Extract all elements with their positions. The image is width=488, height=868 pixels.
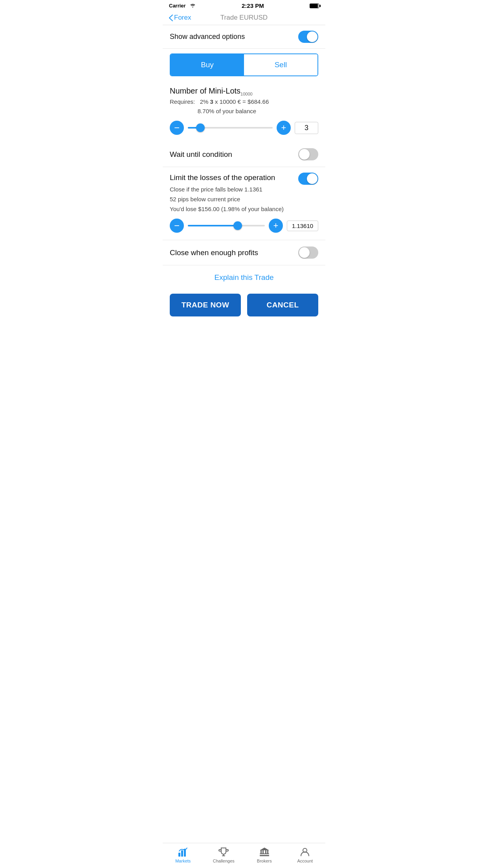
mini-lots-subscript: 10000 bbox=[240, 92, 253, 96]
close-profits-toggle[interactable] bbox=[298, 246, 318, 259]
toggle-knob bbox=[299, 247, 310, 258]
status-battery bbox=[310, 4, 319, 8]
advanced-options-row: Show advanced options bbox=[163, 25, 325, 49]
mini-lots-section: Number of Mini-Lots10000 Requires: 2% 3 … bbox=[163, 81, 325, 142]
status-time: 2:23 PM bbox=[242, 2, 264, 9]
advanced-options-toggle[interactable] bbox=[298, 31, 318, 43]
trade-now-button[interactable]: TRADE NOW bbox=[170, 294, 241, 316]
limit-losses-slider-thumb[interactable] bbox=[233, 221, 242, 230]
nav-bar: Forex Trade EURUSD bbox=[163, 11, 325, 25]
mini-lots-slider-row: − + 3 bbox=[170, 121, 318, 135]
battery-icon bbox=[310, 4, 319, 8]
wifi-icon bbox=[189, 3, 196, 9]
action-buttons: TRADE NOW CANCEL bbox=[163, 290, 325, 324]
limit-losses-desc: Close if the price falls below 1.1361 52… bbox=[170, 185, 318, 214]
mini-lots-decrement[interactable]: − bbox=[170, 121, 184, 135]
mini-lots-title: Number of Mini-Lots10000 bbox=[170, 86, 318, 96]
mini-lots-requires: Requires: 2% 3 x 10000 € = $684.66 8.70%… bbox=[170, 97, 318, 116]
limit-losses-row: Limit the losses of the operation bbox=[170, 173, 318, 185]
limit-losses-slider[interactable] bbox=[188, 225, 265, 226]
limit-losses-increment[interactable]: + bbox=[269, 219, 283, 233]
wait-condition-label: Wait until condition bbox=[170, 150, 232, 159]
limit-losses-label: Limit the losses of the operation bbox=[170, 173, 275, 182]
close-profits-row: Close when enough profits bbox=[163, 240, 325, 265]
limit-losses-section: Limit the losses of the operation Close … bbox=[163, 167, 325, 240]
mini-lots-slider-thumb[interactable] bbox=[196, 123, 205, 132]
sell-button[interactable]: Sell bbox=[244, 54, 317, 75]
limit-losses-slider-row: − + 1.13610 bbox=[170, 219, 318, 233]
advanced-options-label: Show advanced options bbox=[170, 33, 245, 41]
limit-losses-value[interactable]: 1.13610 bbox=[287, 221, 318, 231]
explain-section: Explain this Trade bbox=[163, 265, 325, 290]
back-button[interactable]: Forex bbox=[169, 14, 191, 22]
limit-losses-slider-fill bbox=[188, 225, 238, 226]
wait-condition-toggle[interactable] bbox=[298, 148, 318, 160]
mini-lots-value[interactable]: 3 bbox=[295, 122, 318, 134]
toggle-knob bbox=[307, 173, 317, 184]
mini-lots-increment[interactable]: + bbox=[277, 121, 291, 135]
explain-link[interactable]: Explain this Trade bbox=[214, 273, 273, 281]
mini-lots-slider[interactable] bbox=[188, 127, 273, 129]
status-carrier: Carrier bbox=[169, 3, 196, 9]
buy-button[interactable]: Buy bbox=[171, 54, 244, 75]
page-title: Trade EURUSD bbox=[220, 14, 268, 22]
close-profits-label: Close when enough profits bbox=[170, 248, 258, 257]
wait-condition-row: Wait until condition bbox=[163, 142, 325, 167]
cancel-button[interactable]: CANCEL bbox=[247, 294, 318, 316]
status-bar: Carrier 2:23 PM bbox=[163, 0, 325, 11]
limit-losses-toggle[interactable] bbox=[298, 173, 318, 185]
limit-losses-decrement[interactable]: − bbox=[170, 219, 184, 233]
buy-sell-selector: Buy Sell bbox=[170, 53, 318, 76]
toggle-knob bbox=[299, 149, 310, 160]
toggle-knob bbox=[307, 31, 317, 42]
